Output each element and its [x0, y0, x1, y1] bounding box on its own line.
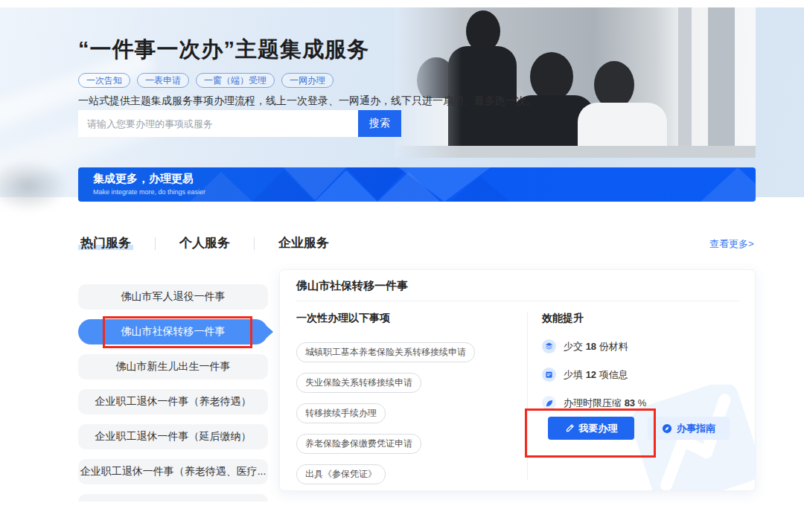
card-actions: 我要办理 办事指南 — [548, 417, 730, 440]
efficiency-text: 少填 12 项信息 — [564, 368, 628, 382]
card-title: 佛山市社保转移一件事 — [296, 279, 408, 293]
service-item-chip: 失业保险关系转移接续申请 — [296, 373, 421, 393]
photo-window-curtain — [708, 7, 735, 158]
divider — [527, 312, 528, 480]
list-item[interactable]: 企业职工退休一件事（养老待遇） — [78, 389, 268, 414]
list-item[interactable]: 佛山市新生儿出生一件事 — [78, 354, 268, 379]
service-item-chip: 养老保险参保缴费凭证申请 — [296, 434, 421, 454]
guide-button[interactable]: 办事指南 — [648, 417, 730, 440]
efficiency-item: 少交 18 份材料 — [542, 339, 744, 353]
tab-divider — [155, 237, 156, 250]
active-item-arrow — [267, 326, 273, 338]
service-list: 佛山市军人退役一件事 佛山市社保转移一件事 佛山市新生儿出生一件事 企业职工退休… — [78, 284, 268, 511]
hero-photo — [395, 7, 756, 158]
search-bar: 搜索 — [78, 110, 401, 137]
efficiency-text: 办理时限压缩 83 % — [564, 397, 646, 410]
efficiency-item: 少填 12 项信息 — [542, 368, 744, 382]
efficiency-section: 效能提升 少交 18 份材料 少填 12 项信息 办理时限压缩 83 % — [542, 312, 744, 410]
list-item-partial[interactable] — [78, 494, 268, 501]
tab-hot-services[interactable]: 热门服务 — [78, 234, 133, 253]
service-item-chip: 城镇职工基本养老保险关系转移接续申请 — [296, 342, 475, 362]
layers-icon — [542, 339, 556, 353]
hero-tag: 一网办理 — [281, 73, 334, 88]
promo-banner: 集成更多，办理更易 Make integrate more, do things… — [78, 167, 756, 202]
view-more-link[interactable]: 查看更多> — [709, 237, 754, 251]
list-item[interactable]: 企业职工退休一件事（延后缴纳） — [78, 424, 268, 449]
search-input[interactable] — [78, 110, 358, 137]
hero-tag: 一窗（端）受理 — [196, 73, 275, 88]
service-detail-card: 佛山市社保转移一件事 一次性办理以下事项 城镇职工基本养老保险关系转移接续申请 … — [279, 269, 756, 491]
hero-description: 一站式提供主题集成服务事项办理流程，线上一次登录、一网通办，线下只进一扇门、最多… — [78, 94, 537, 108]
photo-fade — [395, 7, 462, 158]
one-time-items-section: 一次性办理以下事项 城镇职工基本养老保险关系转移接续申请 失业保险关系转移接续申… — [296, 312, 520, 491]
edit-pen-icon — [565, 423, 575, 433]
tab-divider — [254, 237, 255, 250]
hero-tag-list: 一次告知 一表申请 一窗（端）受理 一网办理 — [78, 73, 334, 88]
search-button[interactable]: 搜索 — [358, 110, 401, 137]
apply-button[interactable]: 我要办理 — [548, 417, 634, 440]
page: “一件事一次办”主题集成服务 一次告知 一表申请 一窗（端）受理 一网办理 一站… — [0, 0, 804, 532]
form-icon — [542, 368, 556, 382]
hero-tag: 一次告知 — [78, 73, 130, 88]
efficiency-item: 办理时限压缩 83 % — [542, 396, 744, 410]
pen-icon — [542, 396, 556, 410]
section-title: 效能提升 — [542, 312, 744, 325]
divider — [296, 301, 740, 301]
efficiency-text: 少交 18 份材料 — [564, 340, 628, 353]
banner-subtitle: Make integrate more, do things easier — [93, 188, 205, 196]
list-item[interactable]: 佛山市军人退役一件事 — [78, 284, 268, 310]
list-item-active[interactable]: 佛山市社保转移一件事 — [78, 319, 268, 344]
hero-tag: 一表申请 — [137, 73, 189, 88]
section-title: 一次性办理以下事项 — [296, 312, 520, 325]
compass-icon — [662, 423, 672, 434]
page-title: “一件事一次办”主题集成服务 — [78, 37, 369, 61]
list-item[interactable]: 企业职工退休一件事（养老待遇、医疗... — [78, 459, 268, 484]
service-tabs: 热门服务 个人服务 企业服务 — [78, 234, 331, 253]
tab-personal-services[interactable]: 个人服务 — [177, 234, 232, 253]
tab-enterprise-services[interactable]: 企业服务 — [276, 234, 331, 253]
banner-title: 集成更多，办理更易 — [93, 172, 194, 186]
photo-person-silhouette — [594, 61, 634, 109]
service-item-chip: 转移接续手续办理 — [296, 403, 386, 423]
service-item-chip: 出具《参保凭证》 — [296, 464, 386, 484]
photo-window-curtain — [678, 7, 692, 158]
